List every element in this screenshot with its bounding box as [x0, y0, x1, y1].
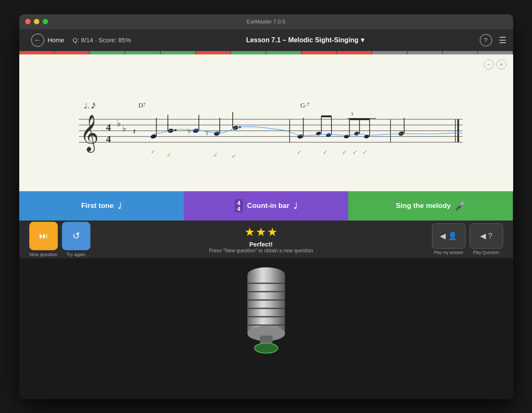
svg-point-31: [315, 131, 321, 136]
svg-text:♭: ♭: [116, 119, 121, 128]
score-label: Q: 8/14 · Score: 85%: [73, 36, 131, 44]
first-tone-button[interactable]: First tone ♩: [19, 191, 184, 221]
svg-text:4: 4: [106, 122, 111, 133]
svg-text:✓: ✓: [352, 149, 357, 156]
sing-melody-button[interactable]: Sing the melody 🎤: [348, 191, 513, 221]
try-again-button[interactable]: ↺: [62, 222, 90, 250]
count-in-button[interactable]: 4 4 Count-in bar ♩: [184, 191, 348, 221]
stars-row: ★ ★ ★: [244, 225, 278, 239]
dropdown-arrow-icon: ▾: [361, 36, 364, 44]
svg-text:✓: ✓: [323, 149, 328, 156]
svg-text:✓: ✓: [231, 153, 236, 159]
svg-text:✓: ✓: [342, 149, 347, 156]
zoom-out-button[interactable]: −: [484, 59, 494, 69]
sheet-music-svg: 𝄞 4 4 ♭ ♭ ♩. 𝅘𝅥𝅯𝅘𝅥𝅯 D7 G-7 𝄽: [19, 54, 513, 191]
home-nav[interactable]: ← Home: [26, 31, 69, 49]
svg-point-14: [150, 133, 157, 139]
app-title: EarMaster 7.0.5: [247, 18, 285, 25]
svg-text:✓: ✓: [150, 148, 155, 154]
menu-center: Lesson 7.1 – Melodic Sight-Singing ▾: [131, 36, 480, 44]
svg-text:♭: ♭: [122, 124, 126, 133]
star-2: ★: [256, 225, 266, 239]
count-in-label: Count-in bar: [247, 202, 289, 210]
play-question-icon: ◀ ?: [480, 231, 492, 241]
play-question-label: Play Question: [473, 250, 499, 255]
svg-point-69: [254, 343, 278, 353]
maximize-button[interactable]: [43, 19, 48, 24]
sheet-music-area: − + 𝄞 4 4 ♭ ♭ ♩. 𝅘𝅥𝅯𝅘𝅥𝅯 D7 G-7: [19, 54, 513, 191]
microphone-icon: 🎤: [455, 201, 465, 211]
svg-text:✓: ✓: [297, 149, 302, 156]
metronome-icon: ♩: [293, 201, 297, 211]
try-again-label: Try again: [67, 252, 85, 257]
time-sig-top: 4: [237, 200, 241, 206]
star-3: ★: [267, 225, 278, 239]
progress-bar: [19, 51, 513, 54]
close-button[interactable]: [25, 19, 31, 24]
svg-point-23: [213, 131, 220, 136]
play-answer-icon: ◀ 👤: [440, 231, 457, 241]
controls-strip: First tone ♩ 4 4 Count-in bar ♩ Sing the…: [19, 191, 513, 221]
refresh-icon: ↺: [72, 231, 80, 241]
svg-point-33: [325, 133, 331, 137]
zoom-in-button[interactable]: +: [496, 59, 506, 69]
new-question-label: New question: [29, 252, 57, 257]
lesson-title-text: Lesson 7.1 – Melodic Sight-Singing: [246, 36, 358, 44]
play-my-answer-label: Play my answer: [434, 250, 463, 255]
lesson-title[interactable]: Lesson 7.1 – Melodic Sight-Singing ▾: [246, 36, 364, 44]
svg-point-20: [193, 128, 199, 133]
svg-text:D7: D7: [138, 101, 145, 108]
treble-clef-icon: ♩: [118, 201, 121, 211]
title-bar: EarMaster 7.0.5: [19, 14, 513, 29]
svg-text:3: 3: [351, 111, 353, 116]
action-bar: ⏭ New question ↺ Try again ★ ★ ★ Perfect…: [19, 221, 513, 258]
microphone-area: [19, 258, 513, 399]
svg-text:4: 4: [106, 133, 111, 144]
window-controls: [25, 19, 48, 24]
menu-right: ? ☰: [480, 34, 506, 46]
action-center: ★ ★ ★ Perfect! Press "New question" to o…: [97, 225, 425, 254]
action-right: ◀ 👤 Play my answer ◀ ? Play Question: [432, 223, 503, 255]
time-signature: 4 4: [235, 199, 243, 213]
zoom-controls: − +: [484, 59, 506, 69]
svg-text:✓: ✓: [166, 152, 171, 158]
home-label: Home: [48, 36, 64, 44]
feedback-text: Perfect!: [249, 241, 273, 248]
help-icon: ?: [484, 36, 487, 44]
back-button[interactable]: ←: [31, 33, 44, 47]
first-tone-label: First tone: [81, 202, 113, 210]
app-window: EarMaster 7.0.5 ← Home Q: 8/14 · Score: …: [19, 14, 513, 399]
play-question-button[interactable]: ◀ ?: [470, 223, 503, 249]
action-left: ⏭ New question ↺ Try again: [29, 222, 90, 257]
sing-melody-label: Sing the melody: [396, 202, 451, 210]
svg-text:𝄞: 𝄞: [80, 115, 99, 153]
svg-text:♮: ♮: [206, 130, 208, 137]
play-my-answer-button[interactable]: ◀ 👤: [432, 223, 465, 249]
skip-forward-icon: ⏭: [39, 231, 48, 241]
svg-text:𝄽: 𝄽: [134, 129, 136, 134]
svg-text:✓: ✓: [213, 152, 218, 158]
svg-point-40: [354, 131, 360, 136]
new-question-button[interactable]: ⏭: [29, 222, 58, 250]
hamburger-button[interactable]: ☰: [499, 36, 506, 44]
feedback-sub: Press "New question" to obtain a new que…: [209, 248, 313, 254]
svg-text:✓: ✓: [362, 149, 367, 156]
help-button[interactable]: ?: [480, 34, 492, 46]
svg-text:♭: ♭: [187, 126, 190, 134]
minimize-button[interactable]: [34, 19, 39, 24]
menu-bar: ← Home Q: 8/14 · Score: 85% Lesson 7.1 –…: [19, 29, 513, 51]
svg-text:G-7: G-7: [300, 101, 309, 108]
star-1: ★: [244, 225, 255, 239]
time-sig-bottom: 4: [237, 206, 241, 212]
svg-text:♩. 𝅘𝅥𝅯𝅘𝅥𝅯: ♩. 𝅘𝅥𝅯𝅘𝅥𝅯: [83, 101, 95, 110]
microphone-svg: [224, 262, 308, 354]
